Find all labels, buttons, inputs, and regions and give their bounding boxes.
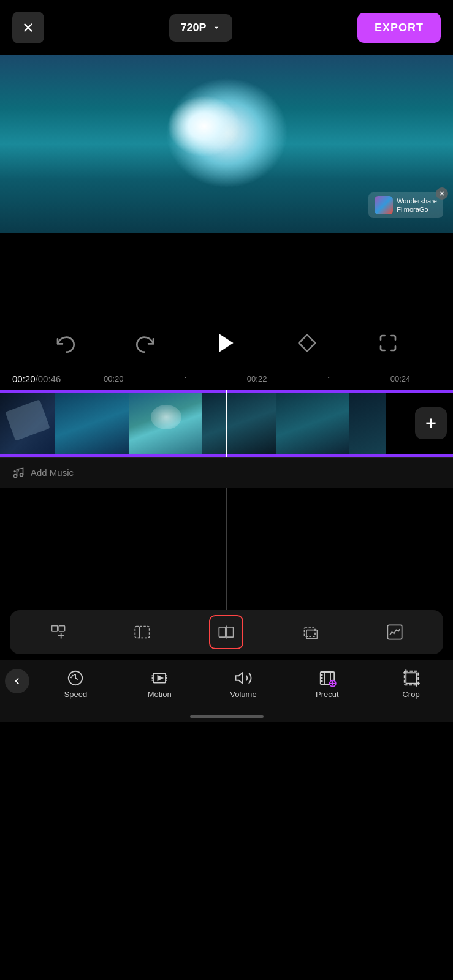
watermark-close-button[interactable] (436, 187, 448, 200)
nav-label-volume: Volume (230, 690, 256, 699)
thumbnail-4 (202, 393, 276, 454)
time-marker-2: 00:22 (247, 374, 267, 383)
svg-rect-14 (59, 626, 64, 631)
content-area (0, 488, 453, 610)
home-indicator (190, 715, 264, 718)
keyframe-button[interactable] (292, 328, 322, 358)
add-clip-button[interactable] (415, 407, 447, 439)
time-marker-3: 00:24 (390, 374, 411, 383)
current-time: 00:20/00:46 (12, 374, 61, 384)
video-preview: WondershareFilmoraGo (0, 55, 453, 233)
svg-rect-43 (406, 673, 417, 684)
timeline-time-row: 00:20/00:46 00:20 • 00:22 • 00:24 (0, 368, 453, 390)
edit-tool-split[interactable] (209, 615, 243, 649)
watermark-text: WondershareFilmoraGo (397, 197, 437, 214)
nav-items: Speed Motion Volume (0, 669, 453, 699)
thumbnail-2 (55, 393, 129, 454)
export-label: EXPORT (375, 21, 424, 34)
time-marker-1: 00:20 (104, 374, 124, 383)
watermark-logo (375, 196, 393, 214)
play-button[interactable] (211, 328, 242, 358)
undo-button[interactable] (50, 328, 80, 358)
splash-glow (167, 96, 241, 157)
add-music-bar[interactable]: Add Music (0, 457, 453, 488)
nav-item-motion[interactable]: Motion (118, 669, 202, 699)
nav-item-volume[interactable]: Volume (202, 669, 286, 699)
top-bar: 720P EXPORT (0, 0, 453, 55)
quality-label: 720P (180, 21, 206, 34)
svg-rect-13 (51, 626, 57, 631)
thumbnail-6 (349, 393, 386, 454)
back-button[interactable] (5, 669, 29, 693)
svg-rect-20 (219, 627, 226, 637)
add-music-label: Add Music (31, 467, 74, 478)
thumbnail-3 (129, 393, 202, 454)
nav-label-crop: Crop (402, 690, 419, 699)
edit-tool-resize[interactable] (294, 615, 328, 649)
nav-label-motion: Motion (148, 690, 172, 699)
svg-marker-35 (235, 673, 242, 684)
edit-tool-add[interactable] (41, 615, 75, 649)
close-button[interactable] (12, 12, 44, 43)
svg-marker-28 (158, 676, 163, 680)
playhead (226, 390, 227, 457)
svg-rect-21 (227, 627, 234, 637)
watermark: WondershareFilmoraGo (368, 192, 443, 218)
thumbnail-5 (276, 393, 349, 454)
export-button[interactable]: EXPORT (357, 13, 441, 43)
thumbnail-1 (0, 393, 55, 454)
middle-spacer (0, 233, 453, 318)
nav-item-crop[interactable]: Crop (369, 669, 453, 699)
bottom-nav: Speed Motion Volume (0, 660, 453, 722)
edit-tool-adjust[interactable] (378, 615, 412, 649)
nav-item-speed[interactable]: Speed (34, 669, 118, 699)
nav-item-precut[interactable]: Precut (285, 669, 369, 699)
redo-button[interactable] (131, 328, 161, 358)
playhead-line-extended (226, 488, 227, 610)
nav-label-precut: Precut (316, 690, 339, 699)
svg-rect-18 (135, 627, 149, 638)
video-strip[interactable] (0, 390, 453, 457)
svg-point-7 (14, 474, 17, 477)
quality-selector[interactable]: 720P (169, 14, 232, 42)
nav-label-speed: Speed (64, 690, 88, 699)
edit-toolbar (10, 610, 443, 654)
time-markers: 00:20 • 00:22 • 00:24 (61, 374, 441, 383)
fullscreen-button[interactable] (373, 328, 403, 358)
svg-marker-4 (219, 334, 234, 352)
playback-controls (0, 318, 453, 368)
svg-point-8 (20, 473, 23, 476)
timeline-section: 00:20/00:46 00:20 • 00:22 • 00:24 (0, 368, 453, 488)
edit-tool-trim[interactable] (125, 615, 159, 649)
